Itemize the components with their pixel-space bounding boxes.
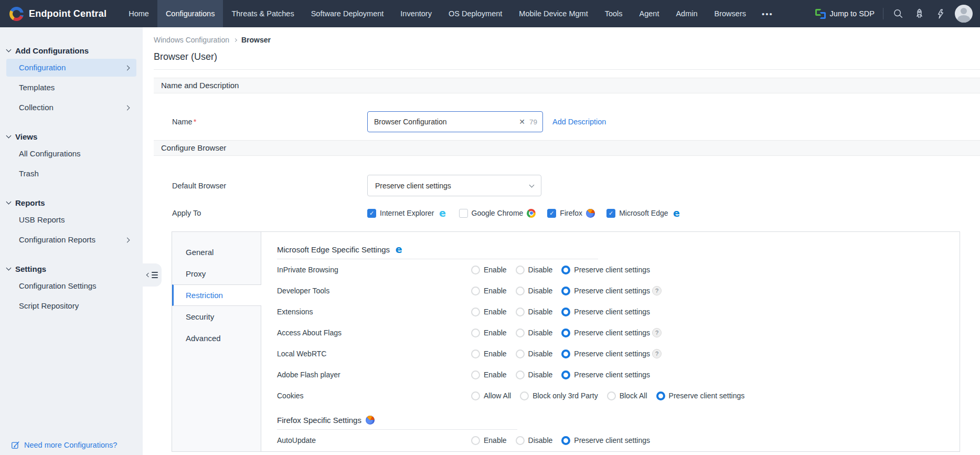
brand-name: Endpoint Central — [29, 8, 106, 19]
setting-label: Adobe Flash player — [277, 371, 471, 379]
radio-disable[interactable]: Disable — [516, 350, 553, 358]
default-browser-label: Default Browser — [172, 182, 367, 190]
radio-disable[interactable]: Disable — [516, 329, 553, 337]
help-icon[interactable]: ? — [652, 286, 662, 295]
apply-to-row: Apply To ✓Internet ExplorereGoogle Chrom… — [172, 208, 980, 218]
sidebar-item-label: USB Reports — [19, 211, 65, 229]
default-browser-value: Preserve client settings — [375, 182, 451, 190]
radio-enable[interactable]: Enable — [471, 266, 507, 274]
radio-enable[interactable]: Enable — [471, 436, 507, 445]
radio-preserve-client-settings[interactable]: Preserve client settings — [561, 329, 650, 337]
nav-item-software-deployment[interactable]: Software Deployment — [303, 0, 392, 27]
help-icon[interactable]: ? — [652, 349, 662, 358]
radio-unselected-icon — [471, 391, 480, 400]
nav-item-configurations[interactable]: Configurations — [157, 0, 223, 27]
radio-preserve-client-settings[interactable]: Preserve client settings — [561, 350, 650, 358]
sidebar-section-header-settings[interactable]: Settings — [0, 262, 143, 275]
nav-item-tools[interactable]: Tools — [596, 0, 631, 27]
radio-preserve-client-settings[interactable]: Preserve client settings — [656, 391, 745, 400]
radio-preserve-client-settings[interactable]: Preserve client settings — [561, 287, 650, 295]
brand[interactable]: Endpoint Central — [0, 0, 120, 27]
avatar[interactable] — [955, 5, 973, 23]
tab-advanced[interactable]: Advanced — [172, 327, 261, 349]
search-icon[interactable] — [892, 7, 904, 20]
checkbox-firefox[interactable]: ✓Firefox — [547, 209, 595, 218]
radio-enable[interactable]: Enable — [471, 287, 507, 295]
checkbox-label: Firefox — [560, 209, 582, 217]
setting-row-access-about-flags: Access About FlagsEnableDisablePreserve … — [277, 322, 960, 343]
radio-enable[interactable]: Enable — [471, 371, 507, 379]
sidebar-item-usb-reports[interactable]: USB Reports — [6, 211, 136, 229]
tab-proxy[interactable]: Proxy — [172, 263, 261, 284]
radio-disable[interactable]: Disable — [516, 266, 553, 274]
add-description-link[interactable]: Add Description — [552, 118, 606, 126]
sidebar-item-configuration[interactable]: Configuration — [6, 59, 136, 77]
name-input[interactable] — [374, 118, 515, 126]
sidebar-item-configuration-settings[interactable]: Configuration Settings — [6, 277, 136, 295]
sidebar-item-all-configurations[interactable]: All Configurations — [6, 145, 136, 163]
sidebar-item-trash[interactable]: Trash — [6, 165, 136, 183]
radio-preserve-client-settings[interactable]: Preserve client settings — [561, 436, 650, 445]
sidebar-item-script-repository[interactable]: Script Repository — [6, 297, 136, 315]
sidebar-item-configuration-reports[interactable]: Configuration Reports — [6, 231, 136, 249]
clear-input-icon[interactable]: ✕ — [515, 118, 529, 126]
radio-preserve-client-settings[interactable]: Preserve client settings — [561, 371, 650, 379]
radio-disable[interactable]: Disable — [516, 371, 553, 379]
nav-item-os-deployment[interactable]: OS Deployment — [440, 0, 510, 27]
radio-block-all[interactable]: Block All — [607, 391, 647, 400]
setting-label: Access About Flags — [277, 329, 471, 337]
nav-item-mobile-device-mgmt[interactable]: Mobile Device Mgmt — [510, 0, 596, 27]
tab-restriction[interactable]: Restriction — [172, 284, 261, 306]
setting-row-adobe-flash-player: Adobe Flash playerEnableDisablePreserve … — [277, 364, 960, 385]
radio-unselected-icon — [516, 350, 525, 358]
radio-allow-all[interactable]: Allow All — [471, 391, 511, 400]
nav-item-admin[interactable]: Admin — [667, 0, 706, 27]
checkbox-internet-explorer[interactable]: ✓Internet Explorere — [367, 208, 448, 218]
need-more-configurations-link[interactable]: Need more Configurations? — [0, 440, 143, 450]
radio-preserve-client-settings[interactable]: Preserve client settings — [561, 266, 650, 274]
sidebar-collapse-button[interactable] — [143, 263, 162, 287]
checkbox-microsoft-edge[interactable]: ✓Microsoft Edgee — [606, 208, 681, 218]
radio-disable[interactable]: Disable — [516, 287, 553, 295]
tab-security[interactable]: Security — [172, 306, 261, 327]
nav-item-inventory[interactable]: Inventory — [392, 0, 440, 27]
radio-unselected-icon — [471, 350, 480, 358]
radio-unselected-icon — [516, 266, 525, 274]
sidebar-section-header-views[interactable]: Views — [0, 130, 143, 143]
radio-unselected-icon — [471, 371, 480, 379]
group-heading-label: Firefox Specific Settings — [277, 416, 361, 425]
sidebar-item-collection[interactable]: Collection — [6, 99, 136, 117]
radio-selected-icon — [561, 350, 570, 358]
nav-item-threats-patches[interactable]: Threats & Patches — [223, 0, 302, 27]
help-icon[interactable]: ? — [652, 328, 662, 337]
checkbox-label: Microsoft Edge — [619, 209, 668, 217]
chrome-icon — [527, 209, 536, 218]
setting-label: Local WebRTC — [277, 350, 471, 358]
sidebar-item-label: Templates — [19, 79, 55, 97]
default-browser-select[interactable]: Preserve client settings — [367, 175, 541, 196]
section-header-configure-browser: Configure Browser — [154, 140, 980, 156]
nav-more-button[interactable]: ••• — [754, 0, 781, 27]
radio-block-only-3rd-party[interactable]: Block only 3rd Party — [520, 391, 598, 400]
radio-preserve-client-settings[interactable]: Preserve client settings — [561, 308, 650, 316]
nav-right: Jump to SDP — [815, 0, 980, 27]
radio-disable[interactable]: Disable — [516, 436, 553, 445]
nav-item-browsers[interactable]: Browsers — [706, 0, 754, 27]
radio-enable[interactable]: Enable — [471, 329, 507, 337]
checkbox-google-chrome[interactable]: Google Chrome — [459, 209, 536, 218]
radio-disable[interactable]: Disable — [516, 308, 553, 316]
radio-enable[interactable]: Enable — [471, 350, 507, 358]
sidebar-item-templates[interactable]: Templates — [6, 79, 136, 97]
radio-enable[interactable]: Enable — [471, 308, 507, 316]
rocket-icon[interactable] — [913, 7, 925, 20]
nav-item-agent[interactable]: Agent — [631, 0, 668, 27]
jump-to-sdp-button[interactable]: Jump to SDP — [815, 8, 875, 19]
sidebar-section-header-reports[interactable]: Reports — [0, 196, 143, 209]
sidebar-section-header-add-configurations[interactable]: Add Configurations — [0, 44, 143, 57]
radio-option-label: Disable — [528, 308, 553, 316]
breadcrumb-parent[interactable]: Windows Configuration — [154, 36, 229, 44]
nav-item-home[interactable]: Home — [120, 0, 157, 27]
sidebar-section-label: Settings — [15, 264, 46, 273]
bolt-icon[interactable] — [934, 7, 946, 20]
tab-general[interactable]: General — [172, 241, 261, 263]
